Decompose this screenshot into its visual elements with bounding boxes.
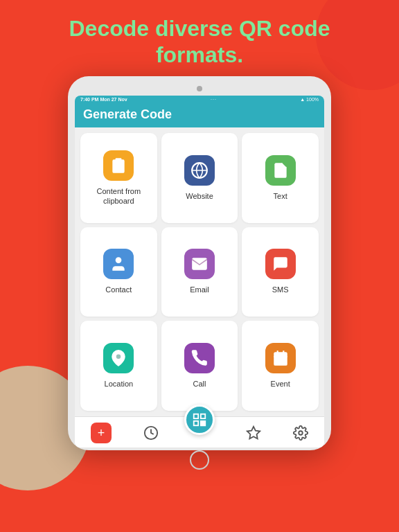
nav-add[interactable]: + xyxy=(85,421,117,445)
scan-icon xyxy=(192,412,207,427)
svg-rect-0 xyxy=(116,158,122,161)
history-icon xyxy=(143,425,159,441)
ipad-frame: 7:40 PM Mon 27 Nov ··· ▲ 100% Generate C… xyxy=(68,76,331,450)
bottom-nav: + xyxy=(75,416,324,447)
settings-icon xyxy=(293,425,308,441)
svg-rect-11 xyxy=(274,352,287,365)
grid-item-sms[interactable]: SMS xyxy=(242,227,319,317)
location-icon xyxy=(103,343,134,373)
svg-point-10 xyxy=(116,355,121,359)
svg-rect-17 xyxy=(283,359,285,361)
text-icon xyxy=(265,155,296,186)
ipad-screen: 7:40 PM Mon 27 Nov ··· ▲ 100% Generate C… xyxy=(75,96,324,447)
website-label: Website xyxy=(186,191,213,201)
status-dots: ··· xyxy=(211,97,217,102)
grid-item-clipboard[interactable]: Content from clipboard xyxy=(80,133,157,223)
contact-label: Contact xyxy=(105,285,132,294)
grid-item-call[interactable]: Call xyxy=(161,321,238,411)
grid-item-email[interactable]: Email xyxy=(161,227,238,317)
nav-favorites[interactable] xyxy=(240,424,267,442)
grid-item-text[interactable]: Text xyxy=(242,133,319,223)
grid-item-location[interactable]: Location xyxy=(80,321,157,411)
clipboard-label: Content from clipboard xyxy=(85,186,153,206)
favorites-icon xyxy=(246,425,261,441)
svg-rect-15 xyxy=(276,359,278,361)
ipad-camera xyxy=(197,86,202,91)
event-icon xyxy=(265,343,296,373)
nav-history[interactable] xyxy=(138,424,164,442)
svg-point-23 xyxy=(299,431,303,435)
sms-label: SMS xyxy=(272,285,289,294)
svg-rect-20 xyxy=(201,414,205,418)
call-icon xyxy=(184,343,215,373)
grid-item-contact[interactable]: Contact xyxy=(80,227,157,317)
email-label: Email xyxy=(190,285,209,294)
sms-icon xyxy=(265,249,296,279)
scan-button[interactable] xyxy=(184,405,215,435)
status-time: 7:40 PM Mon 27 Nov xyxy=(80,97,127,102)
grid-container: Content from clipboard Website xyxy=(75,127,324,416)
grid-item-website[interactable]: Website xyxy=(161,133,238,223)
location-label: Location xyxy=(105,379,134,389)
nav-scan[interactable] xyxy=(185,432,220,434)
svg-rect-21 xyxy=(194,421,198,425)
status-bar: 7:40 PM Mon 27 Nov ··· ▲ 100% xyxy=(75,96,324,103)
add-button[interactable]: + xyxy=(91,423,112,443)
status-icons: ▲ 100% xyxy=(300,97,319,102)
event-label: Event xyxy=(271,379,290,389)
svg-point-8 xyxy=(116,258,122,264)
nav-settings[interactable] xyxy=(287,424,314,442)
clipboard-icon xyxy=(103,150,134,181)
call-label: Call xyxy=(193,379,206,389)
email-icon xyxy=(184,249,215,279)
home-button[interactable] xyxy=(190,450,209,470)
app-header: Generate Code xyxy=(75,103,324,127)
page-title: Decode diverse QR code formats. xyxy=(0,0,399,80)
svg-rect-16 xyxy=(280,359,282,361)
text-label: Text xyxy=(274,191,287,201)
svg-marker-22 xyxy=(247,427,260,438)
app-header-title: Generate Code xyxy=(83,107,316,122)
grid-item-event[interactable]: Event xyxy=(242,321,319,411)
website-icon xyxy=(184,155,215,186)
svg-rect-19 xyxy=(194,414,198,418)
contact-icon xyxy=(103,249,134,279)
